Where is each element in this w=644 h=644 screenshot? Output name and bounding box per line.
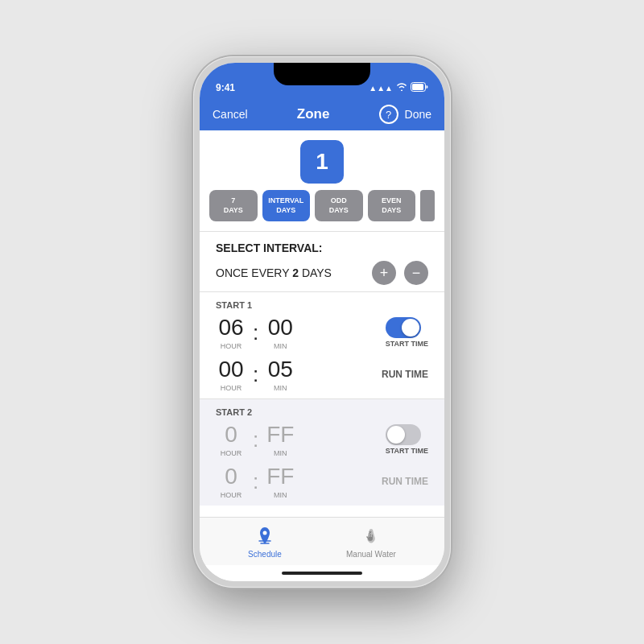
- interval-label: SELECT INTERVAL:: [216, 242, 428, 254]
- start2-toggle-knob: [387, 426, 405, 444]
- tab-even-days[interactable]: EVEN DAYS: [368, 190, 416, 221]
- status-icons: ▲▲▲: [369, 82, 428, 93]
- content-area: 1 7 DAYS INTERVAL DAYS ODD DAYS EVEN: [200, 130, 444, 517]
- home-indicator: [200, 565, 444, 581]
- tab-odd-days[interactable]: ODD DAYS: [315, 190, 363, 221]
- runtime2-min-label: MIN: [274, 491, 287, 499]
- nav-title: Zone: [297, 106, 330, 122]
- done-button[interactable]: Done: [405, 108, 431, 121]
- start1-hour-label: HOUR: [221, 342, 242, 350]
- start2-min[interactable]: FF: [265, 422, 295, 448]
- interval-controls: ONCE EVERY 2 DAYS + −: [216, 261, 428, 285]
- start2-toggle[interactable]: [386, 424, 421, 445]
- runtime1-hour-group: 00 HOUR: [216, 357, 246, 392]
- scroll-indicator: [420, 190, 435, 221]
- start1-hour-group: 06 HOUR: [216, 315, 246, 350]
- svg-rect-1: [412, 84, 423, 90]
- start1-section: START 1 06 HOUR : 00 MIN: [200, 292, 444, 353]
- runtime2-hour-label: HOUR: [221, 491, 242, 499]
- status-bar: 9:41 ▲▲▲: [200, 63, 444, 98]
- start2-label: START 2: [216, 407, 428, 417]
- home-bar: [282, 572, 362, 575]
- start2-min-group: FF MIN: [265, 422, 295, 457]
- start1-toggle-label: START TIME: [386, 340, 428, 348]
- phone-screen: 9:41 ▲▲▲: [200, 63, 444, 581]
- runtime1-label: RUN TIME: [382, 369, 428, 380]
- start1-min-group: 00 MIN: [265, 315, 295, 350]
- increment-button[interactable]: +: [372, 261, 396, 285]
- runtime1-min-group: 05 MIN: [265, 357, 295, 392]
- notch: [274, 63, 370, 85]
- day-selector: 7 DAYS INTERVAL DAYS ODD DAYS EVEN DAYS: [200, 190, 444, 231]
- wifi-icon: [396, 83, 407, 93]
- runtime2-hour[interactable]: 0: [216, 464, 246, 489]
- manual-water-icon: [360, 525, 382, 547]
- runtime2-label: RUN TIME: [382, 476, 428, 487]
- start1-time-row: 06 HOUR : 00 MIN START TIME: [216, 315, 428, 350]
- runtime1-colon: :: [253, 362, 258, 387]
- help-button[interactable]: ?: [379, 105, 398, 124]
- tab-interval-days[interactable]: INTERVAL DAYS: [262, 190, 311, 221]
- runtime2-colon: :: [253, 469, 258, 494]
- interval-text: ONCE EVERY 2 DAYS: [216, 266, 364, 279]
- tab-schedule-label: Schedule: [248, 550, 282, 559]
- cancel-button[interactable]: Cancel: [213, 108, 248, 121]
- tab-schedule[interactable]: Schedule: [248, 525, 282, 559]
- start1-toggle[interactable]: [386, 317, 421, 338]
- start1-min-label: MIN: [274, 342, 287, 350]
- signal-icon: ▲▲▲: [369, 84, 393, 93]
- start2-toggle-label: START TIME: [386, 447, 428, 455]
- tab-7days[interactable]: 7 DAYS: [209, 190, 258, 221]
- start2-time-row: 0 HOUR : FF MIN START TIME: [216, 422, 428, 457]
- start2-hour[interactable]: 0: [216, 422, 246, 448]
- schedule-icon: [254, 525, 276, 547]
- start2-toggle-group: START TIME: [386, 424, 428, 455]
- tab-manual-water-label: Manual Water: [346, 550, 396, 559]
- interval-section: SELECT INTERVAL: ONCE EVERY 2 DAYS + −: [200, 232, 444, 291]
- start1-hour[interactable]: 06: [216, 315, 246, 341]
- start2-hour-label: HOUR: [221, 449, 242, 457]
- runtime2-min-group: FF MIN: [265, 464, 295, 499]
- start1-toggle-knob: [402, 319, 419, 336]
- tab-bar: Schedule Manual Water: [200, 517, 444, 565]
- runtime2-row: 0 HOUR : FF MIN RUN TIME: [200, 460, 444, 506]
- runtime1-min-label: MIN: [274, 384, 287, 392]
- start1-min[interactable]: 00: [265, 315, 295, 341]
- runtime2-min[interactable]: FF: [265, 464, 295, 489]
- runtime1-hour[interactable]: 00: [216, 357, 246, 382]
- runtime1-hour-label: HOUR: [221, 384, 242, 392]
- runtime1-min[interactable]: 05: [265, 357, 295, 382]
- start1-colon: :: [253, 320, 258, 345]
- start2-colon: :: [253, 427, 258, 452]
- zone-number-badge[interactable]: 1: [300, 140, 344, 184]
- nav-right: ? Done: [379, 105, 431, 124]
- decrement-button[interactable]: −: [404, 261, 428, 285]
- start2-section: START 2 0 HOUR : FF MIN S: [200, 399, 444, 460]
- runtime1-row: 00 HOUR : 05 MIN RUN TIME: [200, 353, 444, 398]
- status-time: 9:41: [216, 82, 235, 93]
- tab-manual-water[interactable]: Manual Water: [346, 525, 396, 559]
- battery-icon: [411, 82, 428, 93]
- svg-point-2: [262, 530, 266, 535]
- zone-number-container: 1: [200, 130, 444, 190]
- nav-bar: Cancel Zone ? Done: [200, 98, 444, 130]
- start1-label: START 1: [216, 300, 428, 310]
- start2-hour-group: 0 HOUR: [216, 422, 246, 457]
- phone-frame: 9:41 ▲▲▲: [193, 56, 451, 588]
- start2-min-label: MIN: [274, 449, 287, 457]
- start1-toggle-group: START TIME: [386, 317, 428, 348]
- runtime2-hour-group: 0 HOUR: [216, 464, 246, 499]
